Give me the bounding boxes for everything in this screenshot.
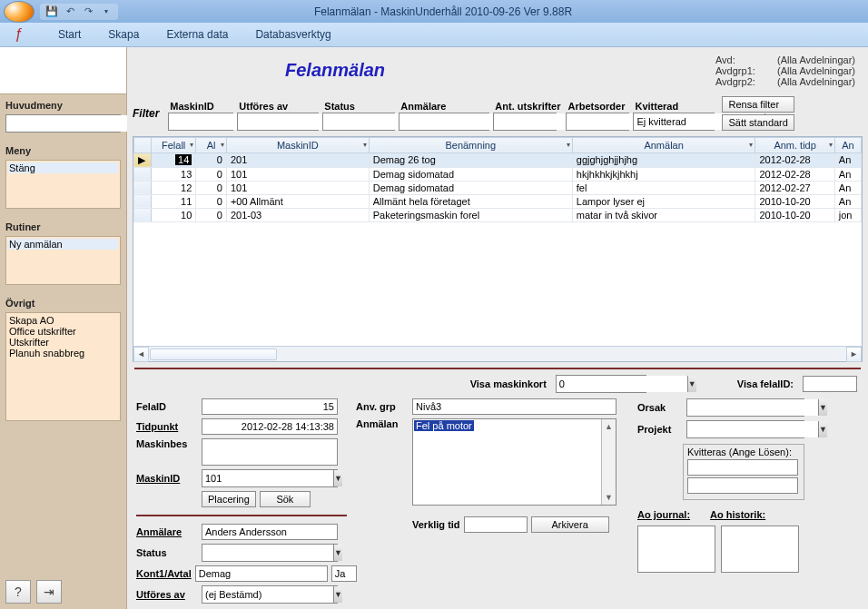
cell-an[interactable]: An: [834, 194, 861, 208]
row-header[interactable]: [134, 181, 152, 194]
rutiner-item-ny-anmalan[interactable]: Ny anmälan: [8, 239, 118, 250]
kvitteras-field-1[interactable]: [687, 459, 798, 476]
tab-externa[interactable]: Externa data: [166, 28, 228, 41]
huvudmeny-combo[interactable]: ▼: [5, 114, 121, 133]
cell-maskinid[interactable]: +00 Allmänt: [226, 194, 369, 208]
cell-anmalan[interactable]: hkjhkhkjkjhkhj: [572, 167, 755, 181]
btn-rensa-filter[interactable]: Rensa filter: [722, 96, 794, 113]
table-row[interactable]: 120101Demag sidomatadfel2012-02-27An: [134, 181, 862, 194]
table-row[interactable]: ▶140201Demag 26 togggjghjghjjhjhg2012-02…: [134, 152, 862, 167]
cell-anmalan[interactable]: matar in två skivor: [572, 208, 755, 221]
ao-historik-link[interactable]: Ao historik:: [710, 509, 765, 520]
col-an[interactable]: An: [834, 137, 861, 152]
anmalare-field[interactable]: [202, 524, 338, 540]
office-orb-icon[interactable]: [4, 1, 35, 23]
cell-tidp[interactable]: 2012-02-27: [755, 181, 834, 194]
table-row[interactable]: 110+00 AllmäntAllmänt hela företagetLamp…: [134, 194, 862, 208]
filter-antut[interactable]: ▼: [493, 113, 557, 131]
anvgrp-field[interactable]: [412, 398, 616, 415]
cell-benamning[interactable]: Demag sidomatad: [369, 167, 572, 181]
visa-felalid-input[interactable]: [803, 376, 857, 392]
anmalan-textarea[interactable]: Fel på motor ▲▼: [412, 418, 616, 506]
col-felall[interactable]: Felall▾: [152, 137, 196, 152]
redo-icon[interactable]: ↷: [80, 5, 96, 19]
utfores-label[interactable]: Utföres av: [136, 589, 198, 600]
cell-benamning[interactable]: Demag 26 tog: [369, 152, 572, 167]
btn-satt-standard[interactable]: Sätt standard: [722, 114, 794, 131]
ao-historik-box[interactable]: [721, 526, 799, 573]
status-combo[interactable]: ▼: [202, 544, 338, 562]
row-selector-header[interactable]: [134, 137, 152, 152]
projekt-combo[interactable]: ▼: [686, 420, 804, 438]
col-maskinid[interactable]: MaskinID▾: [226, 137, 369, 152]
filter-kvitterad[interactable]: ▼: [633, 113, 715, 131]
kvitteras-field-2[interactable]: [687, 477, 798, 494]
cell-maskinid[interactable]: 201: [226, 152, 369, 167]
cell-felall[interactable]: 12: [152, 181, 196, 194]
cell-al[interactable]: 0: [196, 208, 227, 221]
btn-placering[interactable]: Placering: [202, 491, 256, 507]
cell-tidp[interactable]: 2012-02-28: [755, 152, 834, 167]
textarea-scrollbar[interactable]: ▲▼: [601, 419, 616, 505]
kont1-ja-field[interactable]: [331, 565, 357, 582]
utfores-combo[interactable]: ▼: [202, 585, 338, 604]
filter-arbetsorder[interactable]: ▼: [566, 113, 629, 131]
maskinid-label[interactable]: MaskinID: [136, 473, 198, 484]
ovrigt-item-utskrifter[interactable]: Utskrifter: [8, 337, 118, 348]
felaid-field[interactable]: [202, 398, 338, 415]
col-al[interactable]: Al▾: [196, 137, 227, 152]
exit-icon[interactable]: ⇥: [36, 580, 62, 604]
cell-benamning[interactable]: Paketeringsmaskin forel: [369, 208, 572, 221]
cell-tidp[interactable]: 2012-02-28: [755, 167, 834, 181]
cell-benamning[interactable]: Demag sidomatad: [369, 181, 572, 194]
ovrigt-item-planuh[interactable]: Planuh snabbreg: [8, 348, 118, 359]
col-anm-tidp[interactable]: Anm. tidp▾: [755, 137, 834, 152]
visa-maskinkort-combo[interactable]: ▼: [556, 375, 646, 393]
qat-dropdown-icon[interactable]: ▾: [98, 5, 114, 19]
cell-anmalan[interactable]: fel: [572, 181, 755, 194]
cell-felall[interactable]: 14: [152, 152, 196, 167]
cell-felall[interactable]: 11: [152, 194, 196, 208]
cell-an[interactable]: An: [834, 152, 861, 167]
chevron-down-icon[interactable]: ▼: [818, 421, 827, 437]
filter-utfores[interactable]: ▼: [237, 113, 319, 131]
row-header[interactable]: [134, 208, 152, 221]
tab-start[interactable]: Start: [58, 28, 81, 41]
app-icon[interactable]: ƒ: [7, 25, 31, 44]
filter-anmalare[interactable]: ▼: [399, 113, 489, 131]
cell-an[interactable]: An: [834, 181, 861, 194]
tidpunkt-label[interactable]: Tidpunkt: [136, 421, 198, 432]
chevron-down-icon[interactable]: ▼: [687, 376, 696, 392]
cell-tidp[interactable]: 2010-10-20: [755, 208, 834, 221]
verklig-field[interactable]: [464, 516, 528, 533]
scroll-down-icon[interactable]: ▼: [602, 490, 616, 505]
col-anmalan[interactable]: Anmälan▾: [572, 137, 755, 152]
scroll-up-icon[interactable]: ▲: [602, 419, 616, 434]
btn-arkivera[interactable]: Arkivera: [531, 516, 609, 533]
cell-an[interactable]: An: [834, 167, 861, 181]
meny-list[interactable]: Stäng: [5, 160, 121, 209]
cell-tidp[interactable]: 2010-10-20: [755, 194, 834, 208]
cell-al[interactable]: 0: [196, 181, 227, 194]
huvudmeny-input[interactable]: [6, 115, 137, 132]
scroll-left-icon[interactable]: ◄: [133, 347, 149, 362]
ao-journal-link[interactable]: Ao journal:: [637, 509, 690, 520]
row-header[interactable]: ▶: [134, 152, 152, 167]
ao-journal-box[interactable]: [637, 526, 715, 573]
chevron-down-icon[interactable]: ▼: [333, 545, 342, 561]
chevron-down-icon[interactable]: ▼: [333, 586, 342, 603]
cell-anmalan[interactable]: Lampor lyser ej: [572, 194, 755, 208]
cell-an[interactable]: jon: [834, 208, 861, 221]
tab-skapa[interactable]: Skapa: [108, 28, 139, 41]
grid-table[interactable]: Felall▾ Al▾ MaskinID▾ Benämning▾ Anmälan…: [133, 137, 862, 222]
tab-databasverktyg[interactable]: Databasverktyg: [255, 28, 330, 41]
ovrigt-list[interactable]: Skapa AO Office utskrifter Utskrifter Pl…: [5, 312, 121, 421]
kont1-field[interactable]: [195, 565, 328, 582]
filter-status[interactable]: ▼: [322, 113, 395, 131]
ovrigt-item-skapa-ao[interactable]: Skapa AO: [8, 315, 118, 326]
scroll-thumb[interactable]: [150, 349, 277, 360]
anmalare-label[interactable]: Anmälare: [136, 526, 198, 537]
table-row[interactable]: 100201-03Paketeringsmaskin forelmatar in…: [134, 208, 862, 221]
table-row[interactable]: 130101Demag sidomatadhkjhkhkjkjhkhj2012-…: [134, 167, 862, 181]
cell-benamning[interactable]: Allmänt hela företaget: [369, 194, 572, 208]
